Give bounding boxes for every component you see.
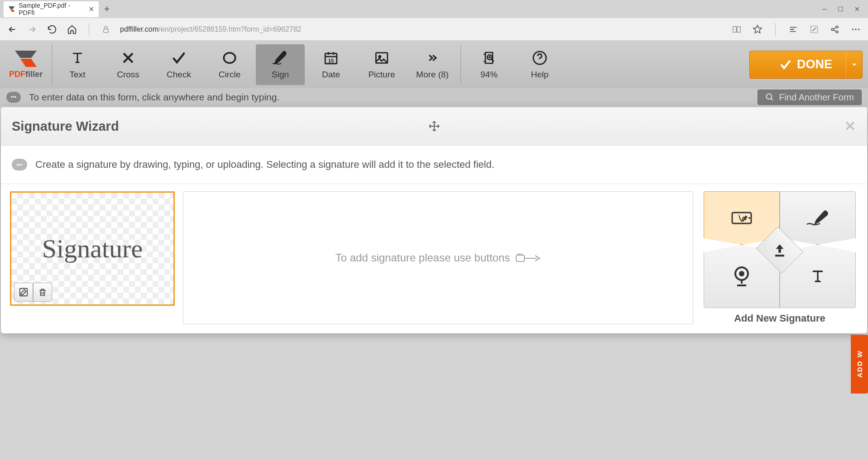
window-controls: ─ ☐ ✕ — [822, 5, 868, 13]
circle-icon — [221, 50, 238, 66]
svg-point-9 — [858, 28, 859, 30]
pointing-hand-icon — [515, 250, 541, 266]
close-tab-icon[interactable]: ✕ — [88, 5, 94, 14]
sign-icon — [271, 50, 289, 66]
date-icon: 15 — [323, 50, 339, 66]
hint-bubble-icon: ••• — [6, 92, 21, 103]
tool-more-label: More (8) — [416, 70, 449, 80]
browser-tab-strip: Sample_PDF.pdf - PDFfi ✕ + ─ ☐ ✕ — [0, 0, 868, 18]
forward-button[interactable] — [26, 24, 38, 35]
zoom-icon — [482, 50, 496, 66]
url-display[interactable]: pdffiller.com/en/project/65288159.htm?fo… — [120, 25, 301, 33]
minimize-icon[interactable]: ─ — [822, 5, 827, 13]
signature-methods: Add New Signature — [701, 191, 858, 324]
tool-zoom[interactable]: 94% — [465, 44, 513, 85]
move-handle-icon[interactable] — [428, 120, 440, 132]
cross-icon — [120, 50, 136, 66]
maximize-icon[interactable]: ☐ — [838, 5, 844, 13]
signature-sample-text: Signature — [42, 233, 143, 264]
url-path: /en/project/65288159.htm?form_id=6962782 — [158, 25, 301, 33]
done-label: DONE — [797, 57, 832, 71]
tool-sign[interactable]: Sign — [256, 44, 305, 85]
back-button[interactable] — [6, 24, 18, 35]
tool-date[interactable]: 15 Date — [307, 44, 355, 85]
home-button[interactable] — [66, 24, 78, 35]
empty-hint-text: To add signature please use buttons — [336, 251, 510, 264]
tool-help-label: Help — [531, 70, 548, 80]
tool-zoom-label: 94% — [480, 70, 498, 80]
tool-date-label: Date — [322, 70, 340, 80]
side-tab-add[interactable]: ADD W — [851, 335, 868, 394]
new-tab-button[interactable]: + — [99, 1, 115, 17]
lock-icon — [100, 24, 112, 35]
done-button[interactable]: DONE — [749, 51, 863, 79]
svg-marker-10 — [15, 51, 37, 58]
url-host: pdffiller.com — [120, 25, 158, 33]
svg-point-23 — [748, 217, 750, 219]
add-new-signature-label: Add New Signature — [734, 313, 825, 324]
find-form-label: Find Another Form — [779, 92, 854, 103]
tool-cross-label: Cross — [117, 70, 139, 80]
picture-icon — [373, 50, 390, 66]
close-modal-button[interactable]: ✕ — [844, 118, 856, 135]
tool-circle[interactable]: Circle — [205, 44, 254, 85]
svg-point-7 — [852, 28, 854, 30]
refresh-button[interactable] — [46, 24, 58, 35]
modal-body: Signature To add signature please use bu… — [1, 184, 867, 333]
favorite-icon[interactable] — [752, 24, 763, 35]
tool-check-label: Check — [167, 70, 191, 80]
side-tab-label: ADD W — [856, 351, 863, 378]
signature-thumbnail[interactable]: Signature — [10, 191, 175, 306]
find-another-form-button[interactable]: Find Another Form — [758, 90, 862, 105]
edit-signature-button[interactable] — [14, 283, 33, 302]
done-dropdown[interactable] — [846, 51, 862, 78]
text-icon — [70, 50, 85, 66]
svg-text:15: 15 — [328, 57, 334, 63]
more-chevrons-icon — [425, 50, 440, 66]
hub-icon[interactable] — [787, 24, 799, 35]
svg-rect-21 — [516, 255, 524, 261]
svg-point-12 — [224, 52, 235, 63]
modal-header: Signature Wizard ✕ — [1, 107, 867, 146]
tool-cross[interactable]: Cross — [104, 44, 153, 85]
app-toolbar: PDFfiller Text Cross Check Circle Sign 1… — [0, 41, 868, 88]
address-bar: pdffiller.com/en/project/65288159.htm?fo… — [0, 18, 868, 41]
help-icon — [532, 50, 547, 66]
brand-logo[interactable]: PDFfiller — [0, 45, 52, 85]
pdffiller-favicon — [8, 5, 15, 13]
notes-icon[interactable] — [808, 24, 820, 35]
tool-check[interactable]: Check — [154, 44, 203, 85]
signature-actions — [14, 283, 52, 302]
share-icon[interactable] — [829, 24, 841, 35]
svg-marker-0 — [9, 6, 14, 9]
info-bubble-icon: ••• — [12, 159, 27, 171]
tool-text[interactable]: Text — [53, 44, 102, 85]
tool-sign-label: Sign — [272, 70, 289, 80]
tool-picture[interactable]: Picture — [357, 44, 406, 85]
delete-signature-button[interactable] — [33, 283, 52, 302]
reading-view-icon[interactable] — [731, 24, 743, 35]
modal-title: Signature Wizard — [12, 119, 119, 134]
tool-picture-label: Picture — [368, 70, 395, 80]
svg-point-16 — [379, 56, 381, 57]
tool-text-label: Text — [70, 70, 86, 80]
signature-empty-hint: To add signature please use buttons — [183, 191, 693, 324]
tab-title: Sample_PDF.pdf - PDFfi — [19, 2, 85, 16]
svg-marker-1 — [10, 9, 15, 12]
tool-more[interactable]: More (8) — [408, 44, 457, 85]
tool-help[interactable]: Help — [515, 44, 564, 85]
hint-text: To enter data on this form, click anywhe… — [29, 92, 279, 103]
more-icon[interactable] — [850, 24, 862, 35]
svg-point-25 — [739, 271, 744, 276]
hint-bar: ••• To enter data on this form, click an… — [0, 88, 868, 106]
brand-name: PDFfiller — [9, 70, 43, 79]
close-window-icon[interactable]: ✕ — [854, 5, 860, 13]
check-icon — [170, 50, 187, 66]
modal-info-text: Create a signature by drawing, typing, o… — [35, 159, 494, 171]
browser-tab[interactable]: Sample_PDF.pdf - PDFfi ✕ — [4, 1, 99, 17]
svg-point-19 — [767, 94, 772, 100]
svg-point-8 — [855, 28, 856, 30]
signature-wizard-modal: Signature Wizard ✕ ••• Create a signatur… — [1, 107, 867, 333]
svg-marker-11 — [20, 59, 37, 67]
tool-circle-label: Circle — [219, 70, 241, 80]
